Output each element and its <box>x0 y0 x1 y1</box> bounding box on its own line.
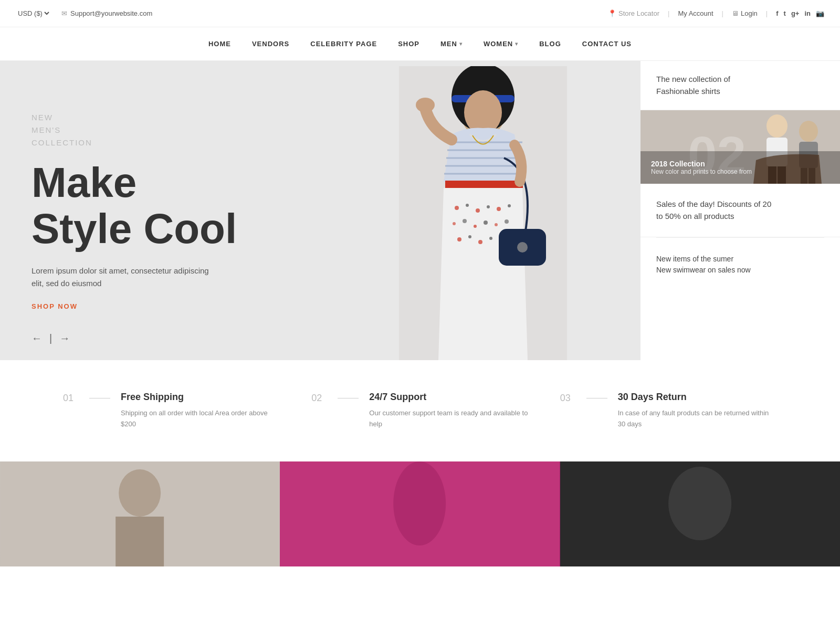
bottom-images-row <box>0 461 840 566</box>
svg-point-12 <box>466 204 469 207</box>
feature-title-3: 30 Days Return <box>618 392 777 403</box>
svg-point-21 <box>495 223 498 226</box>
google-plus-icon[interactable]: g+ <box>791 9 800 17</box>
svg-point-30 <box>416 98 435 112</box>
monitor-icon: 🖥 <box>732 9 739 17</box>
currency-selector[interactable]: USD ($) <box>16 9 51 18</box>
nav-blog[interactable]: BLOG <box>539 40 561 48</box>
feature-content-1: Free Shipping Shipping on all order with… <box>121 392 280 430</box>
feature-desc-1: Shipping on all order with local Area or… <box>121 408 280 430</box>
email-address: Support@yourwebsite.com <box>70 9 152 17</box>
svg-point-19 <box>474 225 477 228</box>
features-section: 01 Free Shipping Shipping on all order w… <box>0 360 840 461</box>
hero-model-area <box>326 61 640 360</box>
my-account-label: My Account <box>678 9 713 17</box>
svg-point-45 <box>393 461 446 545</box>
hero-description: Lorem ipsum dolor sit amet, consectetur … <box>32 265 210 290</box>
feature-number-2: 02 <box>311 393 327 404</box>
nav-contact-us[interactable]: CONTACT US <box>582 40 632 48</box>
divider2: | <box>722 9 723 17</box>
store-locator-label: Store Locator <box>618 9 659 17</box>
svg-point-11 <box>455 206 459 210</box>
sidebar-item-4-title: New items of the sumer New swimwear on s… <box>656 254 824 276</box>
sidebar-image-overlay: 2018 Collection New color and prints to … <box>640 151 840 184</box>
hero-left: NEW MEN'S COLLECTION Make Style Cool Lor… <box>0 61 326 360</box>
divider3: | <box>766 9 768 17</box>
login-label: Login <box>741 9 758 17</box>
svg-point-16 <box>508 204 511 207</box>
svg-point-43 <box>119 469 161 517</box>
feature-title-1: Free Shipping <box>121 392 280 403</box>
svg-point-13 <box>476 208 480 213</box>
nav-celebrity-page[interactable]: CELEBRITY PAGE <box>310 40 377 48</box>
feature-number-1: 01 <box>63 393 79 404</box>
svg-point-47 <box>668 467 731 540</box>
bottom-image-3-graphic <box>560 461 840 566</box>
prev-arrow[interactable]: ← <box>32 332 42 344</box>
chevron-down-icon: ▾ <box>459 41 463 47</box>
twitter-icon[interactable]: t <box>784 9 786 17</box>
hero-subtitle: NEW MEN'S COLLECTION <box>32 111 294 149</box>
hero-section: NEW MEN'S COLLECTION Make Style Cool Lor… <box>0 61 840 360</box>
divider: | <box>668 9 669 17</box>
svg-point-4 <box>464 90 502 134</box>
feature-content-3: 30 Days Return In case of any fault prod… <box>618 392 777 430</box>
facebook-icon[interactable]: f <box>776 9 778 17</box>
my-account-link[interactable]: My Account <box>678 9 713 17</box>
hero-model-image <box>399 66 567 360</box>
feature-line-1 <box>89 398 110 398</box>
sidebar-item-3: Sales of the day! Discounts of 20 to 50%… <box>640 184 840 237</box>
store-locator[interactable]: 📍 Store Locator <box>608 9 659 17</box>
feature-free-shipping: 01 Free Shipping Shipping on all order w… <box>63 392 280 430</box>
chevron-down-icon: ▾ <box>515 41 518 47</box>
feature-number-3: 03 <box>560 393 576 404</box>
sidebar-item-1-title: The new collection of Fashionable shirts <box>656 74 824 97</box>
instagram-icon[interactable]: 📷 <box>816 9 824 17</box>
bottom-image-1 <box>0 461 280 566</box>
shop-now-button[interactable]: SHOP NOW <box>32 302 294 310</box>
hero-navigation-arrows: ← | → <box>32 332 70 344</box>
feature-line-2 <box>338 398 359 398</box>
top-bar: USD ($) ✉ Support@yourwebsite.com 📍 Stor… <box>0 0 840 27</box>
feature-returns: 03 30 Days Return In case of any fault p… <box>560 392 777 430</box>
nav-women-label: WOMEN <box>484 40 513 48</box>
login-button[interactable]: 🖥 Login <box>732 9 758 17</box>
linkedin-icon[interactable]: in <box>804 9 811 17</box>
collection-title: 2018 Collection <box>651 160 830 168</box>
nav-men[interactable]: MEN ▾ <box>440 40 463 48</box>
svg-point-14 <box>487 205 490 208</box>
svg-point-22 <box>505 219 509 224</box>
svg-rect-10 <box>445 181 523 188</box>
location-icon: 📍 <box>608 9 616 17</box>
next-arrow[interactable]: → <box>59 332 70 344</box>
sidebar-item-1: The new collection of Fashionable shirts <box>640 61 840 110</box>
svg-point-37 <box>799 121 818 142</box>
svg-point-15 <box>497 207 501 211</box>
svg-point-33 <box>766 114 788 138</box>
nav-home[interactable]: HOME <box>208 40 231 48</box>
nav-vendors[interactable]: VENDORS <box>252 40 289 48</box>
svg-point-20 <box>484 220 488 225</box>
bottom-image-1-graphic <box>0 461 280 566</box>
nav-shop[interactable]: SHOP <box>398 40 419 48</box>
top-bar-right: 📍 Store Locator | My Account | 🖥 Login |… <box>608 9 824 17</box>
nav-men-label: MEN <box>440 40 457 48</box>
hero-title: Make Style Cool <box>32 160 294 252</box>
feature-desc-3: In case of any fault produts can be retu… <box>618 408 777 430</box>
nav-women[interactable]: WOMEN ▾ <box>484 40 518 48</box>
sidebar-item-3-title: Sales of the day! Discounts of 20 to 50%… <box>656 198 824 222</box>
feature-support: 02 24/7 Support Our customer support tea… <box>311 392 528 430</box>
email-support: ✉ Support@yourwebsite.com <box>61 9 152 17</box>
email-icon: ✉ <box>61 9 67 17</box>
main-navigation: HOME VENDORS CELEBRITY PAGE SHOP MEN ▾ W… <box>0 27 840 61</box>
sidebar-item-4: New items of the sumer New swimwear on s… <box>640 238 840 288</box>
hero-sidebar: The new collection of Fashionable shirts <box>640 61 840 360</box>
svg-point-17 <box>453 222 456 225</box>
bottom-image-2 <box>280 461 560 566</box>
svg-point-18 <box>463 219 467 223</box>
feature-content-2: 24/7 Support Our customer support team i… <box>369 392 528 430</box>
feature-title-2: 24/7 Support <box>369 392 528 403</box>
svg-point-25 <box>478 240 482 244</box>
sidebar-image-block: 02 2018 Collection New color and prints … <box>640 110 840 184</box>
feature-line-3 <box>586 398 607 398</box>
